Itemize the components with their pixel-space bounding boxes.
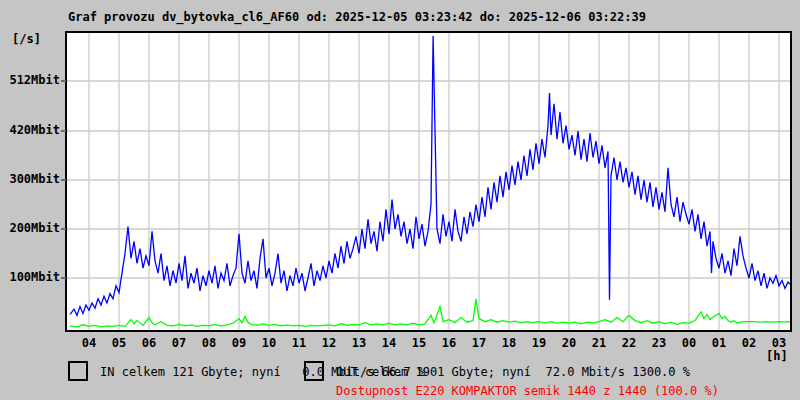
chart-title: Graf provozu dv_bytovka_cl6_AF60 od: 202… bbox=[68, 10, 646, 24]
hour-tick-label: 12 bbox=[316, 337, 342, 350]
hour-tick-label: 00 bbox=[676, 337, 702, 350]
hour-tick-label: 13 bbox=[346, 337, 372, 350]
x-axis-unit-label: [h] bbox=[766, 349, 788, 363]
y-tick-mark bbox=[61, 277, 66, 279]
hour-tick-label: 14 bbox=[376, 337, 402, 350]
hour-tick-label: 17 bbox=[466, 337, 492, 350]
out-legend-swatch bbox=[304, 361, 324, 381]
hour-tick-label: 18 bbox=[496, 337, 522, 350]
y-tick-label: 100Mbit bbox=[0, 270, 60, 284]
hour-tick-label: 04 bbox=[76, 337, 102, 350]
y-tick-mark bbox=[61, 179, 66, 181]
traffic-chart bbox=[67, 33, 790, 330]
y-tick-mark bbox=[61, 228, 66, 230]
hour-tick-label: 09 bbox=[226, 337, 252, 350]
y-tick-label: 300Mbit bbox=[0, 172, 60, 186]
plot-area bbox=[65, 31, 792, 332]
y-axis-unit-label: [/s] bbox=[12, 32, 41, 46]
y-tick-mark bbox=[61, 130, 66, 132]
hour-tick-label: 15 bbox=[406, 337, 432, 350]
hour-tick-label: 07 bbox=[166, 337, 192, 350]
hour-tick-label: 10 bbox=[256, 337, 282, 350]
y-tick-label: 512Mbit bbox=[0, 73, 60, 87]
hour-tick-label: 08 bbox=[196, 337, 222, 350]
hour-tick-label: 06 bbox=[136, 337, 162, 350]
hour-tick-label: 01 bbox=[706, 337, 732, 350]
y-tick-mark bbox=[61, 80, 66, 82]
hour-tick-label: 23 bbox=[646, 337, 672, 350]
availability-status-text: Dostupnost E220 KOMPAKTOR semik 1440 z 1… bbox=[336, 384, 719, 398]
hour-tick-label: 22 bbox=[616, 337, 642, 350]
out-legend-text: OUT celkem 1901 Gbyte; nyní 72.0 Mbit/s … bbox=[336, 365, 690, 379]
hour-tick-label: 16 bbox=[436, 337, 462, 350]
hour-tick-label: 11 bbox=[286, 337, 312, 350]
hour-tick-label: 20 bbox=[556, 337, 582, 350]
hour-tick-label: 02 bbox=[736, 337, 762, 350]
y-tick-label: 420Mbit bbox=[0, 123, 60, 137]
y-tick-label: 200Mbit bbox=[0, 221, 60, 235]
hour-tick-label: 05 bbox=[106, 337, 132, 350]
hour-tick-label: 19 bbox=[526, 337, 552, 350]
in-legend-swatch bbox=[68, 361, 88, 381]
mrtg-traffic-graph-page: { "title": "Graf provozu dv_bytovka_cl6_… bbox=[0, 0, 800, 400]
hour-tick-label: 21 bbox=[586, 337, 612, 350]
